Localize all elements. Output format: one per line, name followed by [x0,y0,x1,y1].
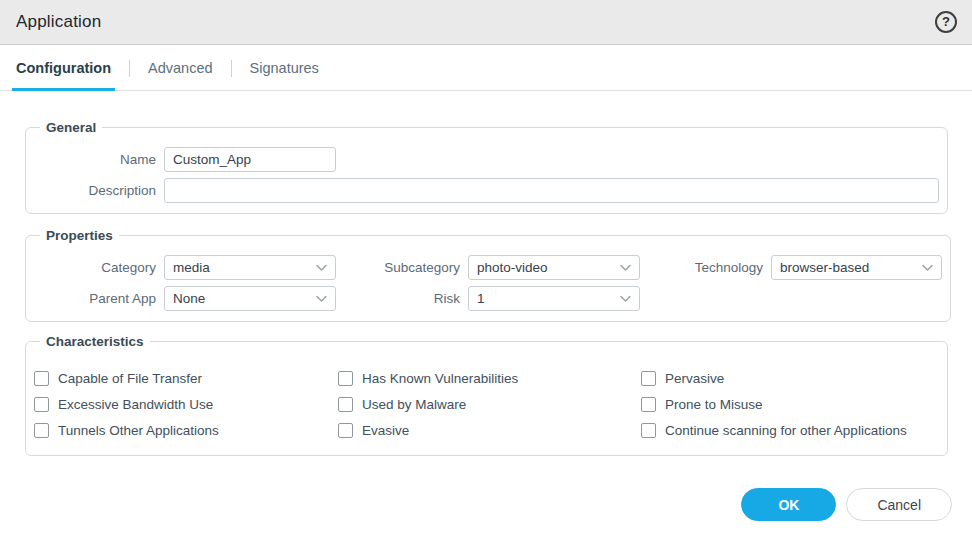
risk-label: Risk [338,291,460,306]
checkbox-label: Pervasive [665,371,724,386]
characteristics-section-legend: Characteristics [40,334,150,349]
characteristics-section: Characteristics Capable of File Transfer… [25,334,948,456]
technology-select[interactable]: browser-based [771,255,942,280]
technology-select-value: browser-based [780,260,869,275]
continue-scanning-checkbox[interactable] [641,423,656,438]
tab-separator [231,60,232,77]
checkbox-label: Continue scanning for other Applications [665,423,907,438]
parent-app-select-value: None [173,291,205,306]
category-label: Category [34,260,156,275]
tab-signatures[interactable]: Signatures [246,60,323,91]
cancel-button[interactable]: Cancel [846,488,952,521]
characteristic-capable-of-file-transfer: Capable of File Transfer [34,371,338,386]
dialog-footer: OK Cancel [741,488,952,521]
chevron-down-icon [314,260,329,275]
tab-separator [129,60,130,77]
pervasive-checkbox[interactable] [641,371,656,386]
category-select[interactable]: media [164,255,336,280]
tunnels-other-applications-checkbox[interactable] [34,423,49,438]
characteristics-grid: Capable of File Transfer Has Known Vulne… [34,365,939,443]
subcategory-label: Subcategory [338,260,460,275]
properties-row-1: Category media Subcategory photo-video T… [34,255,942,280]
subcategory-select-value: photo-video [477,260,548,275]
checkbox-label: Capable of File Transfer [58,371,202,386]
dialog-body: General Name Description Properties Cate… [0,120,972,456]
description-row: Description [34,178,939,203]
risk-field: Risk 1 [338,286,641,311]
checkbox-label: Tunnels Other Applications [58,423,219,438]
checkbox-label: Used by Malware [362,397,466,412]
capable-of-file-transfer-checkbox[interactable] [34,371,49,386]
general-section-legend: General [40,120,102,135]
properties-empty-cell [641,286,942,311]
properties-row-2: Parent App None Risk 1 [34,286,942,311]
excessive-bandwidth-use-checkbox[interactable] [34,397,49,412]
checkbox-label: Evasive [362,423,409,438]
characteristic-continue-scanning: Continue scanning for other Applications [641,423,939,438]
category-select-value: media [173,260,210,275]
chevron-down-icon [920,260,935,275]
parent-app-select[interactable]: None [164,286,336,311]
characteristic-tunnels-other-applications: Tunnels Other Applications [34,423,338,438]
subcategory-select[interactable]: photo-video [468,255,640,280]
category-field: Category media [34,255,338,280]
ok-button[interactable]: OK [741,488,836,521]
prone-to-misuse-checkbox[interactable] [641,397,656,412]
characteristic-excessive-bandwidth-use: Excessive Bandwidth Use [34,397,338,412]
parent-app-field: Parent App None [34,286,338,311]
checkbox-label: Prone to Misuse [665,397,763,412]
checkbox-label: Has Known Vulnerabilities [362,371,518,386]
dialog-titlebar: Application ? [0,0,972,45]
subcategory-field: Subcategory photo-video [338,255,641,280]
tab-advanced[interactable]: Advanced [144,60,217,91]
chevron-down-icon [618,291,633,306]
risk-select-value: 1 [477,291,485,306]
technology-field: Technology browser-based [641,255,942,280]
has-known-vulnerabilities-checkbox[interactable] [338,371,353,386]
chevron-down-icon [618,260,633,275]
help-icon[interactable]: ? [935,11,957,33]
tab-bar: Configuration Advanced Signatures [0,45,972,91]
characteristic-prone-to-misuse: Prone to Misuse [641,397,939,412]
technology-label: Technology [641,260,763,275]
risk-select[interactable]: 1 [468,286,640,311]
parent-app-label: Parent App [34,291,156,306]
name-row: Name [34,147,939,172]
evasive-checkbox[interactable] [338,423,353,438]
characteristic-used-by-malware: Used by Malware [338,397,641,412]
characteristic-has-known-vulnerabilities: Has Known Vulnerabilities [338,371,641,386]
properties-section: Properties Category media Subcategory ph… [25,228,951,322]
name-input[interactable] [164,147,336,172]
checkbox-label: Excessive Bandwidth Use [58,397,213,412]
description-label: Description [34,183,156,198]
chevron-down-icon [314,291,329,306]
general-section: General Name Description [25,120,948,214]
dialog-title: Application [16,12,101,32]
description-input[interactable] [164,178,939,203]
characteristic-pervasive: Pervasive [641,371,939,386]
characteristic-evasive: Evasive [338,423,641,438]
properties-section-legend: Properties [40,228,119,243]
name-label: Name [34,152,156,167]
tab-configuration[interactable]: Configuration [12,60,115,91]
used-by-malware-checkbox[interactable] [338,397,353,412]
